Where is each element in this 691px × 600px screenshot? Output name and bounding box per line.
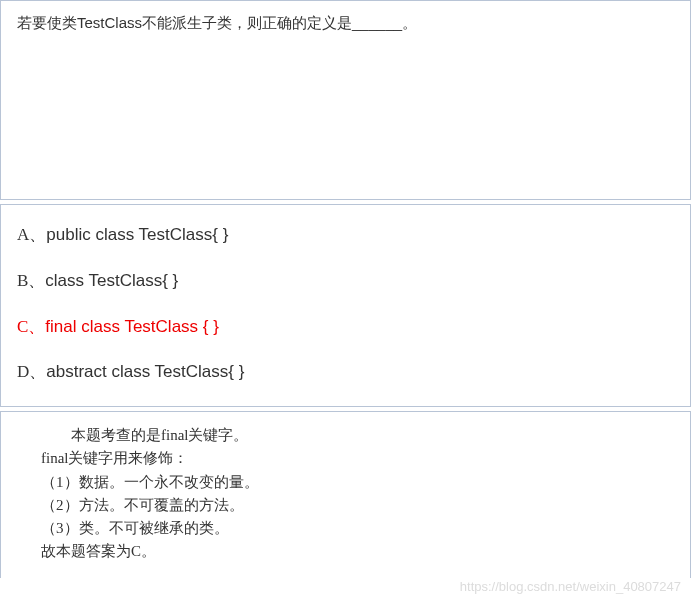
option-d[interactable]: D、abstract class TestClass{ } (17, 360, 674, 384)
option-label: D、 (17, 362, 46, 381)
explanation-line: 本题考查的是final关键字。 (41, 424, 674, 447)
question-text: 若要使类TestClass不能派生子类，则正确的定义是______。 (17, 11, 674, 35)
option-c[interactable]: C、final class TestClass { } (17, 315, 674, 339)
option-label: C、 (17, 317, 45, 336)
option-code: abstract class TestClass{ } (46, 362, 244, 381)
explanation-line: （3）类。不可被继承的类。 (41, 517, 674, 540)
explanation-line: final关键字用来修饰： (41, 447, 674, 470)
explanation-line: （1）数据。一个永不改变的量。 (41, 471, 674, 494)
option-code: class TestClass{ } (45, 271, 178, 290)
option-code: final class TestClass { } (45, 317, 219, 336)
question-panel: 若要使类TestClass不能派生子类，则正确的定义是______。 (0, 0, 691, 200)
option-b[interactable]: B、class TestClass{ } (17, 269, 674, 293)
option-label: B、 (17, 271, 45, 290)
option-a[interactable]: A、public class TestClass{ } (17, 223, 674, 247)
option-label: A、 (17, 225, 46, 244)
quiz-container: 若要使类TestClass不能派生子类，则正确的定义是______。 A、pub… (0, 0, 691, 600)
explanation-line: 故本题答案为C。 (41, 540, 674, 563)
explanation-line: （2）方法。不可覆盖的方法。 (41, 494, 674, 517)
option-code: public class TestClass{ } (46, 225, 228, 244)
explanation-panel: 本题考查的是final关键字。 final关键字用来修饰： （1）数据。一个永不… (0, 411, 691, 578)
options-panel: A、public class TestClass{ } B、class Test… (0, 204, 691, 407)
